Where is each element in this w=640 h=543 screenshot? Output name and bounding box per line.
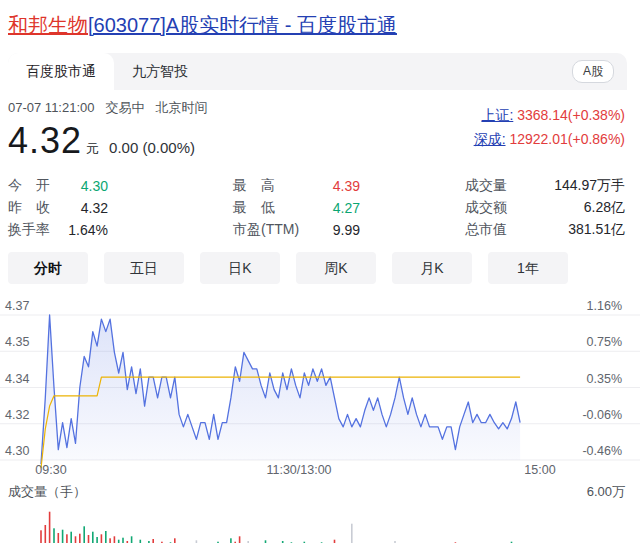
quote-datetime: 07-07 11:21:00 bbox=[8, 100, 95, 115]
shanghai-index-value: 3368.14(+0.38%) bbox=[517, 107, 625, 123]
stat-market-cap: 总市值 381.51亿 bbox=[465, 219, 625, 241]
index-row-shanghai: 上证: 3368.14(+0.38%) bbox=[474, 103, 625, 127]
price-unit: 元 bbox=[86, 140, 99, 158]
stat-pe-ttm: 市盈(TTM) 9.99 bbox=[233, 219, 360, 241]
stat-open: 今 开 4.30 bbox=[8, 175, 108, 197]
timezone-label: 北京时间 bbox=[156, 100, 208, 115]
x-axis-time-labels: 09:3011:30/13:0015:00 bbox=[35, 463, 555, 477]
stat-low: 最 低 4.27 bbox=[233, 197, 360, 219]
y-axis-percent-labels: 1.16%0.75%0.35%-0.06%-0.46% bbox=[582, 299, 622, 458]
stats-col-2: 最 高 4.39 最 低 4.27 市盈(TTM) 9.99 bbox=[233, 175, 360, 241]
timeline-chart[interactable]: 4.374.354.344.324.30 1.16%0.75%0.35%-0.0… bbox=[0, 292, 640, 478]
quote-header: 07-07 11:21:00交易中北京时间 4.32 元 0.00 (0.00%… bbox=[0, 90, 640, 162]
svg-text:0.75%: 0.75% bbox=[587, 335, 622, 349]
period-tab-weekly-k[interactable]: 周K bbox=[296, 252, 376, 284]
price-change: 0.00 (0.00%) bbox=[109, 139, 195, 156]
svg-text:-0.06%: -0.06% bbox=[582, 408, 622, 422]
stat-volume: 成交量 144.97万手 bbox=[465, 175, 625, 197]
svg-text:4.30: 4.30 bbox=[5, 444, 29, 458]
volume-axis-title: 成交量（手） bbox=[8, 483, 86, 501]
svg-text:-0.46%: -0.46% bbox=[582, 444, 622, 458]
svg-text:4.32: 4.32 bbox=[5, 408, 29, 422]
stat-high: 最 高 4.39 bbox=[233, 175, 360, 197]
stat-amount: 成交额 6.28亿 bbox=[465, 197, 625, 219]
svg-text:11:30/13:00: 11:30/13:00 bbox=[266, 463, 331, 477]
stats-grid: 今 开 4.30 昨 收 4.32 换手率 1.64% 最 高 4.39 最 低… bbox=[0, 162, 640, 241]
market-badge[interactable]: A股 bbox=[572, 60, 614, 83]
svg-text:4.34: 4.34 bbox=[5, 372, 29, 386]
title-rest-link[interactable]: [603077]A股实时行情 - 百度股市通 bbox=[88, 14, 397, 36]
stats-col-3: 成交量 144.97万手 成交额 6.28亿 总市值 381.51亿 bbox=[465, 175, 625, 241]
shenzhen-index-link[interactable]: 深成: bbox=[474, 131, 506, 147]
source-tabstrip: 百度股市通 九方智投 A股 bbox=[8, 53, 627, 90]
y-axis-price-labels: 4.374.354.344.324.30 bbox=[5, 299, 29, 458]
stats-col-1: 今 开 4.30 昨 收 4.32 换手率 1.64% bbox=[8, 175, 108, 241]
shenzhen-index-value: 12922.01(+0.86%) bbox=[509, 131, 625, 147]
svg-text:4.35: 4.35 bbox=[5, 335, 29, 349]
period-tab-monthly-k[interactable]: 月K bbox=[392, 252, 472, 284]
page-title-link[interactable]: 和邦生物[603077]A股实时行情 - 百度股市通 bbox=[8, 13, 640, 38]
period-tab-intraday[interactable]: 分时 bbox=[8, 252, 88, 284]
stat-turnover-rate: 换手率 1.64% bbox=[8, 219, 108, 241]
svg-text:09:30: 09:30 bbox=[35, 463, 66, 477]
shanghai-index-link[interactable]: 上证: bbox=[481, 107, 513, 123]
index-quotes: 上证: 3368.14(+0.38%) 深成: 12922.01(+0.86%) bbox=[474, 103, 625, 162]
svg-text:4.37: 4.37 bbox=[5, 299, 29, 313]
svg-text:15:00: 15:00 bbox=[524, 463, 555, 477]
stock-name-link[interactable]: 和邦生物 bbox=[8, 14, 88, 36]
volume-chart[interactable] bbox=[0, 504, 640, 543]
tab-jiufang-zhitou[interactable]: 九方智投 bbox=[114, 53, 206, 90]
index-row-shenzhen: 深成: 12922.01(+0.86%) bbox=[474, 127, 625, 151]
volume-max-label: 6.00万 bbox=[587, 483, 625, 501]
quote-left: 07-07 11:21:00交易中北京时间 4.32 元 0.00 (0.00%… bbox=[8, 99, 219, 162]
trading-status: 交易中 bbox=[106, 100, 145, 115]
current-price: 4.32 bbox=[8, 120, 82, 162]
stock-quote-page: { "page_title": { "stock": "和邦生物", "rest… bbox=[0, 0, 640, 543]
svg-text:0.35%: 0.35% bbox=[587, 372, 622, 386]
volume-bars bbox=[40, 512, 521, 543]
quote-time-row: 07-07 11:21:00交易中北京时间 bbox=[8, 99, 219, 117]
period-tab-daily-k[interactable]: 日K bbox=[200, 252, 280, 284]
tab-baidu-gushitong[interactable]: 百度股市通 bbox=[8, 53, 114, 90]
volume-header: 成交量（手） 6.00万 bbox=[0, 478, 640, 501]
svg-text:1.16%: 1.16% bbox=[587, 299, 622, 313]
period-tabs: 分时 五日 日K 周K 月K 1年 bbox=[0, 241, 640, 284]
stat-prev-close: 昨 收 4.32 bbox=[8, 197, 108, 219]
price-row: 4.32 元 0.00 (0.00%) bbox=[8, 120, 219, 162]
period-tab-1year[interactable]: 1年 bbox=[488, 252, 568, 284]
period-tab-5day[interactable]: 五日 bbox=[104, 252, 184, 284]
